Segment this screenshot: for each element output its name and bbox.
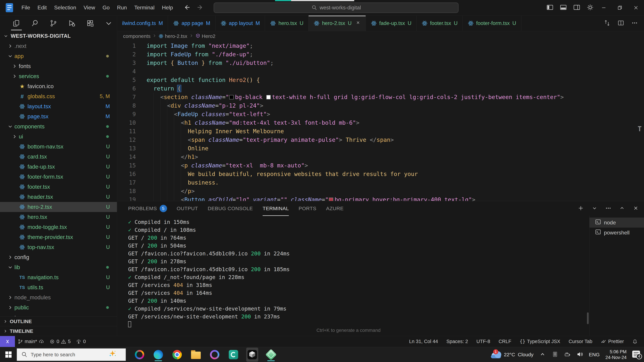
chevron-down-icon[interactable] xyxy=(8,124,13,129)
code-line[interactable]: 4 xyxy=(117,67,644,76)
tree-item-theme-provider-tsx[interactable]: theme-provider.tsxU xyxy=(0,232,117,242)
chevron-right-icon[interactable] xyxy=(12,134,18,139)
explorer-icon[interactable] xyxy=(12,19,21,28)
tree-item-hero-2-tsx[interactable]: hero-2.tsxU xyxy=(0,202,117,212)
tree-item-page-tsx[interactable]: page.tsxM xyxy=(0,111,117,121)
extensions-icon[interactable] xyxy=(86,19,94,28)
tab-hero-2-tsx[interactable]: hero-2.tsxU xyxy=(308,15,366,31)
tab-ilwind-config-ts[interactable]: ilwind.config.tsM xyxy=(117,15,168,31)
code-editor[interactable]: 1import Image from "next/image";2import … xyxy=(117,41,644,201)
tree-item-footer-form-tsx[interactable]: footer-form.tsxU xyxy=(0,172,117,182)
status-prettier[interactable]: ✓✓Prettier xyxy=(598,339,627,345)
open-changes-icon[interactable] xyxy=(604,19,610,27)
back-arrow-icon[interactable] xyxy=(183,4,191,12)
status-ln-31-col-44[interactable]: Ln 31, Col 44 xyxy=(406,339,441,344)
volume-icon[interactable] xyxy=(576,351,583,358)
tree-item-header-tsx[interactable]: header.tsxU xyxy=(0,192,117,202)
breadcrumb-item-hero2[interactable]: Hero2 xyxy=(196,33,216,39)
tree-item-mode-toggle-tsx[interactable]: mode-toggle.tsxU xyxy=(0,222,117,232)
branch-status[interactable]: main* xyxy=(15,336,47,347)
weather-widget[interactable]: 1 22°C Cloudy xyxy=(490,351,534,358)
code-line[interactable]: 13 Online xyxy=(117,144,644,153)
code-line[interactable]: 5export default function Hero2() { xyxy=(117,76,644,84)
code-line[interactable]: 17 business. xyxy=(117,178,644,187)
code-line[interactable]: 15 <p className="text-xl mb-8 mx-auto"> xyxy=(117,161,644,170)
terminal-scrollbar-thumb[interactable] xyxy=(587,312,589,324)
split-editor-icon[interactable] xyxy=(618,19,624,27)
panel-tab-output[interactable]: OUTPUT xyxy=(177,201,198,216)
chevron-right-icon[interactable] xyxy=(8,43,13,49)
code-line[interactable]: 3import { Button } from "./ui/button"; xyxy=(117,59,644,67)
m365-app-icon[interactable] xyxy=(134,348,146,362)
menu-item-edit[interactable]: Edit xyxy=(34,2,50,13)
code-line[interactable]: 14 </h1> xyxy=(117,153,644,161)
tree-item-node-modules[interactable]: node_modules xyxy=(0,293,117,303)
battery-charging-icon[interactable] xyxy=(564,351,571,358)
chevron-right-icon[interactable] xyxy=(12,63,18,69)
chevron-down-icon[interactable] xyxy=(8,53,13,59)
chevron-right-icon[interactable] xyxy=(12,73,18,79)
terminal-instance-node[interactable]: node xyxy=(590,218,644,228)
code-line[interactable]: 10 <h1 className="md:text-4xl text-3xl f… xyxy=(117,118,644,127)
code-line[interactable]: 1import Image from "next/image"; xyxy=(117,41,644,50)
editor-more-actions-icon[interactable] xyxy=(631,19,638,27)
toggle-sidebar-icon[interactable] xyxy=(546,4,554,11)
tree-item-layout-tsx[interactable]: layout.tsxM xyxy=(0,101,117,111)
chevron-right-icon[interactable] xyxy=(8,254,13,260)
menu-item-run[interactable]: Run xyxy=(113,2,131,13)
tree-item-lib[interactable]: lib xyxy=(0,262,117,272)
problems-status[interactable]: 0 5 xyxy=(47,336,73,347)
tree-item-utils-ts[interactable]: TSutils.tsU xyxy=(0,282,117,293)
command-search-input[interactable]: west-works-digital xyxy=(214,2,458,13)
close-button[interactable] xyxy=(628,0,644,15)
tree-item-fonts[interactable]: fonts xyxy=(0,61,117,71)
app-logo-icon[interactable] xyxy=(6,3,13,12)
bell-icon[interactable] xyxy=(629,339,641,344)
menu-item-selection[interactable]: Selection xyxy=(50,2,80,13)
tab-fade-up-tsx[interactable]: fade-up.tsxU xyxy=(366,15,416,31)
code-line[interactable]: 9 <FadeUp classes="text-left"> xyxy=(117,110,644,118)
chevron-down-icon[interactable] xyxy=(8,265,13,270)
code-line[interactable]: 19 <Button asChild="lg" variant="" class… xyxy=(117,195,644,201)
taskbar-search[interactable]: Type here to search xyxy=(17,349,126,361)
new-terminal-icon[interactable] xyxy=(578,205,584,212)
timeline-section[interactable]: TIMELINE xyxy=(0,326,117,336)
menu-item-go[interactable]: Go xyxy=(99,2,113,13)
views-chevron-icon[interactable] xyxy=(104,19,113,28)
tree-item-card-tsx[interactable]: card.tsxU xyxy=(0,152,117,162)
panel-maximize-icon[interactable] xyxy=(619,205,625,212)
panel-close-icon[interactable] xyxy=(632,205,639,212)
status-utf-8[interactable]: UTF-8 xyxy=(474,339,493,344)
tree-item--next[interactable]: .next xyxy=(0,41,117,51)
language-indicator[interactable]: ENG xyxy=(589,352,600,358)
tree-item-top-nav-tsx[interactable]: top-nav.tsxU xyxy=(0,242,117,252)
tree-item-footer-tsx[interactable]: footer.tsxU xyxy=(0,182,117,192)
tree-item-ui[interactable]: ui xyxy=(0,132,117,142)
loop-app-icon[interactable] xyxy=(209,348,221,362)
source-control-icon[interactable] xyxy=(49,19,58,28)
tree-item-config[interactable]: config xyxy=(0,252,117,262)
panel-more-icon[interactable] xyxy=(605,205,612,212)
teal-app-icon[interactable] xyxy=(228,348,240,362)
toggle-secondary-sidebar-icon[interactable] xyxy=(573,4,580,11)
code-line[interactable]: 2import FadeUp from "./fade-up"; xyxy=(117,50,644,59)
tab-hero-tsx[interactable]: hero.tsxU xyxy=(265,15,308,31)
tab-footer-form-tsx[interactable]: footer-form.tsxU xyxy=(463,15,521,31)
code-line[interactable]: 18 </p> xyxy=(117,187,644,195)
chevron-right-icon[interactable] xyxy=(8,305,13,310)
breadcrumb-item-hero-2-tsx[interactable]: hero-2.tsx xyxy=(158,33,187,39)
remote-indicator[interactable] xyxy=(0,336,15,347)
tree-item-services[interactable]: services xyxy=(0,71,117,81)
tab-footer-tsx[interactable]: footer.tsxU xyxy=(416,15,463,31)
code-line[interactable]: 7 <section className="bg-black text-whit… xyxy=(117,93,644,101)
run-debug-icon[interactable] xyxy=(68,19,76,28)
panel-tab-ports[interactable]: PORTS xyxy=(298,201,316,216)
code-line[interactable]: 8 <div className="p-12 pl-24"> xyxy=(117,101,644,110)
forward-arrow-icon[interactable] xyxy=(196,4,204,12)
terminal-output[interactable]: ✓ Compiled in 150ms✓ Compiled / in 108ms… xyxy=(117,216,589,336)
copilot-sparkle-icon[interactable] xyxy=(109,350,119,360)
panel-tab-azure[interactable]: AZURE xyxy=(326,201,344,216)
tab-app-layout[interactable]: app layoutM xyxy=(216,15,265,31)
clock[interactable]: 5:06 PM 24-Nov-24 xyxy=(606,349,626,360)
menu-item-file[interactable]: File xyxy=(18,2,34,13)
